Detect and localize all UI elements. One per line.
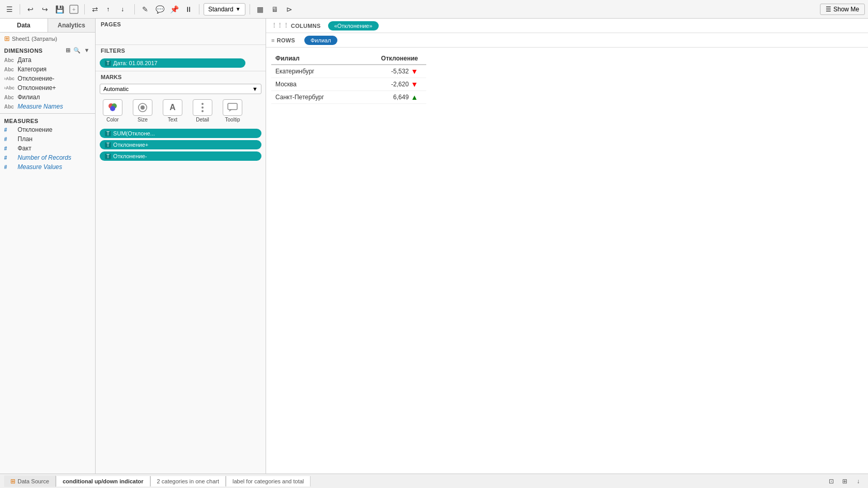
sep2 [84,4,85,14]
measure-item-deviation[interactable]: # Отклонение [0,125,95,134]
svg-text:+: + [72,6,75,12]
deviation-value: 6,649 [393,94,409,101]
dim-item-dev-plus[interactable]: ›Abc Отклонение+ [0,83,95,93]
dim-item-category[interactable]: Abc Категория [0,65,95,74]
data-source-row[interactable]: ⊞ Sheet1 (Затраты) [0,33,95,44]
marks-text-item[interactable]: A Text [160,99,185,123]
standard-dropdown[interactable]: Standard ▼ [204,3,245,16]
menu-icon[interactable]: ☰ [3,3,16,16]
marks-pill-sum-label: SUM(Отклоне... [113,130,155,136]
tooltip-button[interactable]: 💬 [153,3,166,16]
rows-grid-icon: ≡ [271,37,275,43]
swap-button[interactable]: ⇄ [89,3,101,16]
sep5 [250,4,250,14]
dim-item-dev-minus[interactable]: ›Abc Отклонение- [0,74,95,83]
sort-desc-button[interactable]: ↓ [118,3,130,16]
marks-detail-item[interactable]: Detail [190,99,215,123]
status-icon-3[interactable]: ↓ [853,476,864,487]
measures-section: Measures # Отклонение # План # Факт # Nu… [0,113,95,172]
marks-title: Marks [96,71,266,82]
svg-point-8 [141,105,145,110]
branch-cell: Москва [271,78,357,91]
marks-text-btn[interactable]: A [163,99,182,116]
rows-label: ≡ Rows [266,35,302,45]
svg-text:↓: ↓ [121,6,124,13]
expand-icon[interactable]: ▼ [83,47,91,54]
viz-area: Филиал Отклонение Екатеринбург-5,532▼Мос… [266,48,868,474]
marks-type-dropdown[interactable]: Automatic ▼ [100,84,261,94]
marks-size-item[interactable]: Size [130,99,156,123]
marks-pill-dev-minus[interactable]: T Отклонение- [100,151,261,161]
table-row: Санкт-Петербург6,649▲ [271,91,426,104]
sep3 [134,4,135,14]
marks-color-item[interactable]: Color [100,99,126,123]
date-filter-pill[interactable]: T Дата: 01.08.2017 [100,58,245,68]
dimensions-list: Abc Дата Abc Категория ›Abc Отклонение- … [0,55,95,111]
rows-shelf: ≡ Rows Филиал [266,33,868,48]
marks-pill-dev-plus[interactable]: T Отклонение+ [100,140,261,149]
data-source-tab[interactable]: ⊞ Data Source [4,476,56,487]
left-panel: Data Analytics ⊞ Sheet1 (Затраты) Dimens… [0,19,96,474]
highlighter-button[interactable]: ✎ [139,3,151,16]
grid-icon[interactable]: ⊞ [65,47,72,54]
viz-table: Филиал Отклонение Екатеринбург-5,532▼Мос… [271,53,426,104]
rows-branch-pill[interactable]: Филиал [304,36,337,45]
marks-type-label: Automatic [103,86,129,92]
status-bar-icons: ⊡ ⊞ ↓ [826,476,864,487]
marks-pill-devplus-icon: T [105,142,111,148]
save-button[interactable]: 💾 [53,3,66,16]
sort-asc-button[interactable]: ↑ [103,3,116,16]
redo-button[interactable]: ↪ [39,3,51,16]
marks-color-btn[interactable] [103,99,122,116]
dimensions-label: Dimensions [4,48,43,54]
status-icon-2[interactable]: ⊞ [839,476,850,487]
search-icon[interactable]: 🔍 [72,47,82,54]
measure-item-records[interactable]: # Number of Records [0,153,95,162]
status-icon-1[interactable]: ⊡ [826,476,837,487]
svg-point-10 [202,106,204,109]
columns-shelf: ⋮⋮⋮ Columns «Отклонение» [266,19,868,33]
col-branch-header: Филиал [271,53,357,65]
marks-size-label: Size [137,117,147,123]
datasource-icon: ⊞ [4,35,10,42]
marks-tooltip-item[interactable]: Tooltip [220,99,245,123]
table-row: Москва-2,620▼ [271,78,426,91]
measure-item-fact[interactable]: # Факт [0,144,95,153]
chevron-down-icon: ▼ [236,6,241,12]
measure-item-values[interactable]: # Measure Values [0,162,95,172]
svg-point-9 [202,103,204,105]
marks-tooltip-btn[interactable] [223,99,242,116]
add-datasource-button[interactable]: + [68,3,80,16]
left-panel-tabs: Data Analytics [0,19,95,33]
pause-button[interactable]: ⏸ [182,3,195,16]
sheet1-tab[interactable]: conditional up/down indicator [56,476,150,486]
deviation-value: -2,620 [391,81,409,88]
pin-button[interactable]: 📌 [168,3,180,16]
marks-pill-sum[interactable]: T SUM(Отклоне... [100,129,261,138]
sheet1-label: conditional up/down indicator [63,478,143,484]
marks-detail-btn[interactable] [193,99,212,116]
analytics-tab[interactable]: Analytics [48,19,96,32]
marks-size-btn[interactable] [133,99,152,116]
dim-item-data[interactable]: Abc Дата [0,55,95,65]
dim-item-measure-names[interactable]: Abc Measure Names [0,102,95,111]
sheet3-tab[interactable]: label for categories and total [226,476,311,486]
svg-point-6 [110,106,115,111]
undo-button[interactable]: ↩ [24,3,37,16]
monitor-icon[interactable]: 🖥 [269,3,281,16]
columns-deviation-pill[interactable]: «Отклонение» [328,21,379,30]
show-me-button[interactable]: ☰ Show Me [820,4,865,15]
svg-point-11 [202,110,204,112]
marks-color-label: Color [106,117,119,123]
data-tab[interactable]: Data [0,19,48,32]
rows-pills: Филиал [302,35,868,46]
status-bar: ⊞ Data Source conditional up/down indica… [0,474,868,488]
share-icon[interactable]: ⊳ [283,3,296,16]
marks-icons-row: Color Size A Text [96,96,266,126]
bar-chart-icon[interactable]: ▦ [254,3,267,16]
marks-chevron-icon: ▼ [252,86,258,92]
measure-item-plan[interactable]: # План [0,134,95,144]
dim-item-branch[interactable]: Abc Филиал [0,93,95,102]
filters-content: T Дата: 01.08.2017 [96,55,266,71]
sheet2-tab[interactable]: 2 categories in one chart [150,476,226,486]
